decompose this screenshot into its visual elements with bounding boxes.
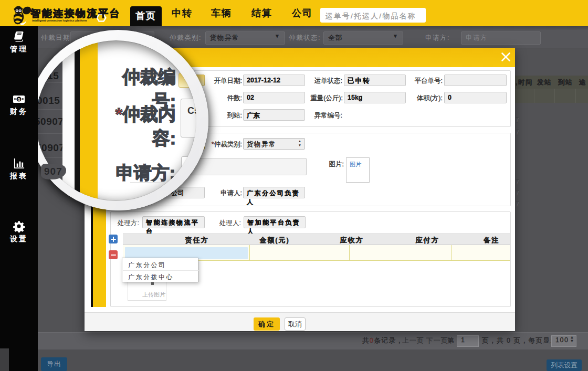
svg-text:0: 0 [17, 97, 20, 102]
